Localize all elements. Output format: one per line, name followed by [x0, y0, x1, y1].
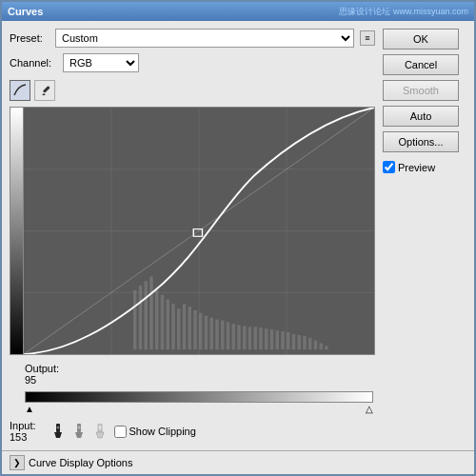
white-triangle: △ [366, 404, 373, 414]
output-label: Output: [25, 363, 59, 374]
svg-rect-24 [248, 327, 251, 349]
svg-point-50 [77, 426, 80, 429]
svg-rect-10 [171, 304, 174, 349]
svg-rect-21 [232, 324, 235, 349]
show-clipping-checkbox[interactable] [114, 426, 127, 438]
svg-rect-3 [133, 290, 136, 349]
white-eyedropper-button[interactable] [91, 423, 109, 440]
ok-button[interactable]: OK [383, 29, 459, 50]
preset-menu-button[interactable]: ≡ [360, 30, 375, 46]
svg-rect-28 [270, 329, 273, 349]
horizontal-gradient-bar [25, 391, 373, 403]
right-panel: OK Cancel Smooth Auto Options... Preview [383, 29, 466, 443]
preview-row: Preview [383, 161, 466, 173]
svg-rect-38 [325, 346, 327, 349]
auto-button[interactable]: Auto [383, 106, 459, 127]
output-value: 95 [25, 374, 59, 386]
dialog-content: Preset: Custom ≡ Channel: RGB [2, 21, 474, 450]
channel-label: Channel: [10, 57, 57, 69]
svg-rect-8 [161, 295, 164, 350]
svg-rect-20 [227, 322, 229, 349]
eyedropper-row [50, 423, 109, 440]
options-button[interactable]: Options... [383, 131, 459, 152]
smooth-button[interactable]: Smooth [383, 80, 459, 101]
svg-rect-14 [193, 310, 196, 349]
input-value: 153 [10, 431, 27, 443]
bottom-controls: Input: 153 [10, 420, 375, 443]
cancel-button[interactable]: Cancel [383, 54, 459, 75]
show-clipping-label: Show Clipping [129, 426, 196, 437]
expand-options-button[interactable]: ❯ [10, 455, 25, 470]
svg-rect-23 [243, 326, 246, 349]
svg-rect-4 [139, 286, 142, 349]
svg-rect-11 [177, 308, 180, 349]
svg-rect-29 [276, 330, 279, 349]
title-bar: Curves 思缘设计论坛 www.missyuan.com [2, 2, 474, 21]
black-triangle: ▲ [25, 404, 34, 414]
output-section: Output: 95 [25, 361, 59, 386]
curve-display-options-row: ❯ Curve Display Options [2, 450, 474, 474]
svg-rect-18 [215, 320, 218, 350]
input-label: Input: [10, 420, 36, 431]
svg-rect-25 [254, 327, 257, 349]
svg-rect-30 [281, 331, 284, 349]
curve-container[interactable] [10, 107, 375, 355]
left-panel: Preset: Custom ≡ Channel: RGB [10, 29, 375, 443]
svg-rect-13 [188, 307, 191, 349]
preset-row: Preset: Custom ≡ [10, 29, 375, 48]
dialog-title: Curves [8, 6, 43, 17]
black-eyedropper-button[interactable] [50, 423, 67, 440]
svg-rect-34 [303, 336, 306, 349]
svg-point-48 [56, 426, 59, 429]
svg-rect-26 [259, 327, 262, 349]
curve-tool-button[interactable] [10, 80, 30, 101]
preset-select[interactable]: Custom [55, 29, 354, 48]
svg-rect-15 [199, 313, 202, 349]
svg-rect-32 [292, 334, 295, 349]
svg-rect-17 [210, 318, 213, 350]
svg-rect-37 [320, 343, 323, 349]
svg-rect-36 [314, 341, 317, 350]
curve-display-options-label: Curve Display Options [29, 457, 132, 468]
channel-select[interactable]: RGB [63, 53, 139, 72]
preview-label: Preview [398, 162, 435, 173]
pencil-tool-button[interactable] [34, 80, 55, 101]
svg-rect-6 [149, 276, 152, 349]
svg-rect-22 [237, 325, 240, 349]
vertical-gradient-bar [10, 108, 24, 354]
svg-rect-9 [167, 299, 169, 349]
svg-point-52 [98, 426, 101, 429]
svg-rect-0 [43, 86, 50, 93]
preset-label: Preset: [10, 32, 50, 44]
svg-rect-5 [145, 281, 148, 349]
gray-eyedropper-button[interactable] [70, 423, 88, 440]
show-clipping-row: Show Clipping [114, 426, 196, 438]
svg-rect-35 [308, 338, 311, 349]
svg-rect-19 [221, 321, 224, 350]
svg-rect-27 [265, 328, 268, 349]
svg-rect-7 [155, 290, 158, 349]
svg-rect-12 [183, 304, 186, 349]
svg-rect-16 [205, 316, 208, 349]
curve-graph[interactable] [24, 108, 374, 354]
input-section: Input: 153 [10, 420, 36, 443]
channel-row: Channel: RGB [10, 53, 375, 72]
svg-rect-33 [298, 335, 301, 349]
tools-row [10, 80, 375, 101]
curves-dialog: Curves 思缘设计论坛 www.missyuan.com Preset: C… [0, 0, 476, 476]
preview-checkbox[interactable] [383, 161, 395, 173]
logo-text: 思缘设计论坛 www.missyuan.com [339, 6, 468, 18]
svg-rect-31 [287, 332, 289, 349]
svg-marker-1 [42, 93, 46, 95]
